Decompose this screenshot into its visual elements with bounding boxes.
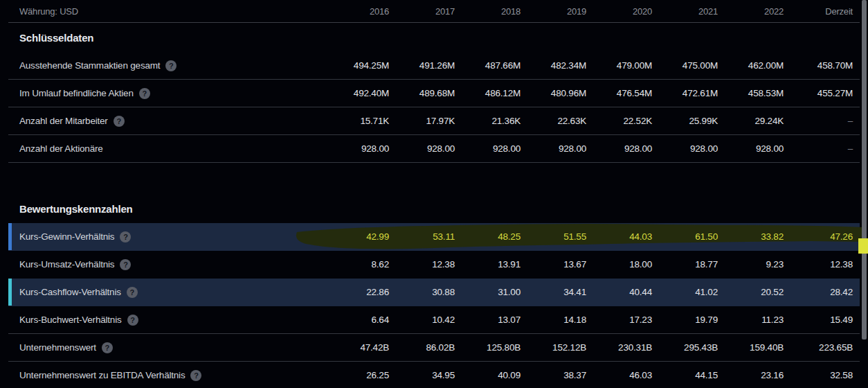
- value-cell: 928.00: [652, 143, 718, 154]
- value-cell: 12.38: [784, 259, 853, 270]
- value-cell: 53.11: [389, 231, 455, 242]
- value-cell: 47.26: [784, 231, 853, 242]
- table-row[interactable]: Kurs-Umsatz-Verhältnis?8.6212.3813.9113.…: [8, 251, 860, 279]
- value-cell: 13.67: [521, 259, 586, 270]
- row-label: Unternehmenswert?: [8, 342, 323, 353]
- column-header-2020: 2020: [586, 6, 652, 17]
- value-cell: 15.49: [784, 315, 853, 325]
- value-cell: 928.00: [521, 143, 586, 154]
- column-header-2021: 2021: [652, 6, 718, 17]
- help-icon[interactable]: ?: [127, 287, 138, 298]
- row-label: Unternehmenswert zu EBITDA Verhältnis?: [8, 370, 323, 381]
- value-cell: 13.07: [455, 315, 521, 325]
- value-cell: 14.18: [521, 315, 586, 325]
- value-cell: 455.27M: [784, 88, 853, 98]
- value-cell: 230.31B: [586, 342, 652, 353]
- row-accent-bar: [8, 279, 12, 306]
- value-cell: 46.03: [586, 370, 652, 380]
- value-cell: 18.77: [652, 259, 718, 270]
- value-cell: 40.44: [586, 287, 652, 297]
- table-row[interactable]: Unternehmenswert zu EBITDA Verhältnis?26…: [8, 362, 860, 388]
- table-section: SchlüsseldatenAusstehende Stammaktien ge…: [8, 23, 860, 163]
- value-cell: 12.38: [389, 259, 455, 270]
- value-cell: 18.00: [586, 259, 652, 270]
- value-cell: 17.23: [586, 315, 652, 325]
- value-cell: 61.50: [652, 231, 718, 242]
- value-cell: 23.16: [718, 370, 784, 380]
- value-cell: 22.63K: [521, 116, 586, 126]
- value-cell: 482.34M: [521, 60, 586, 71]
- value-cell: 475.00M: [652, 60, 718, 71]
- value-cell: 29.24K: [718, 116, 784, 126]
- table-row[interactable]: Kurs-Buchwert-Verhältnis?6.6410.4213.071…: [8, 306, 860, 334]
- value-cell: 462.00M: [718, 60, 784, 71]
- scrollbar-highlight-marker-icon: [858, 238, 868, 254]
- value-cell: 31.00: [455, 287, 521, 297]
- value-cell: 40.09: [455, 370, 521, 380]
- table-row[interactable]: Im Umlauf befindliche Aktien?492.40M489.…: [8, 80, 860, 107]
- table-section: BewertungskennzahlenKurs-Gewinn-Verhältn…: [8, 195, 860, 388]
- value-cell: 15.71K: [323, 116, 389, 126]
- value-cell: 22.86: [323, 287, 389, 297]
- currency-label: Währung: USD: [8, 6, 323, 17]
- value-cell: 458.53M: [718, 88, 784, 98]
- value-cell: 928.00: [323, 143, 389, 154]
- value-cell: 34.95: [389, 370, 455, 380]
- row-label: Im Umlauf befindliche Aktien?: [8, 88, 323, 99]
- table-row[interactable]: Kurs-Cashflow-Verhältnis?22.8630.8831.00…: [8, 279, 860, 306]
- table-row[interactable]: Unternehmenswert?47.42B86.02B125.80B152.…: [8, 334, 860, 362]
- row-label: Anzahl der Aktionäre: [8, 143, 323, 154]
- value-cell: 491.26M: [389, 60, 455, 71]
- value-cell: 21.36K: [455, 116, 521, 126]
- value-cell: 28.42: [784, 287, 853, 297]
- value-cell: 479.00M: [586, 60, 652, 71]
- vertical-scrollbar-thumb[interactable]: [862, 0, 867, 340]
- row-label-text: Kurs-Buchwert-Verhältnis: [19, 315, 122, 325]
- table-header-row: Währung: USD2016201720182019202020212022…: [8, 0, 860, 23]
- column-header-2016: 2016: [323, 6, 389, 17]
- value-cell: 38.37: [521, 370, 586, 380]
- row-label: Kurs-Cashflow-Verhältnis?: [8, 287, 323, 298]
- value-cell: 295.43B: [652, 342, 718, 353]
- help-icon[interactable]: ?: [102, 342, 113, 353]
- value-cell: 472.61M: [652, 88, 718, 98]
- value-cell: 47.42B: [323, 342, 389, 353]
- section-title: Schlüsseldaten: [8, 23, 860, 52]
- row-label: Anzahl der Mitarbeiter?: [8, 116, 323, 127]
- section-title: Bewertungskennzahlen: [8, 195, 860, 223]
- value-cell: 51.55: [521, 231, 586, 242]
- row-label: Kurs-Gewinn-Verhältnis?: [8, 231, 323, 242]
- help-icon[interactable]: ?: [114, 116, 125, 127]
- row-label-text: Im Umlauf befindliche Aktien: [19, 88, 134, 98]
- row-label-text: Kurs-Cashflow-Verhältnis: [19, 287, 121, 297]
- value-cell: 458.70M: [784, 60, 853, 71]
- value-cell: 223.65B: [784, 342, 853, 353]
- table-row[interactable]: Anzahl der Mitarbeiter?15.71K17.97K21.36…: [8, 107, 860, 135]
- row-label-text: Kurs-Umsatz-Verhältnis: [19, 259, 114, 270]
- row-label-text: Ausstehende Stammaktien gesamt: [19, 60, 160, 71]
- value-cell: 10.42: [389, 315, 455, 325]
- column-header-2017: 2017: [389, 6, 455, 17]
- value-cell: 928.00: [389, 143, 455, 154]
- value-cell: 44.03: [586, 231, 652, 242]
- value-cell: –: [784, 143, 853, 154]
- value-cell: 928.00: [586, 143, 652, 154]
- help-icon[interactable]: ?: [190, 370, 201, 381]
- value-cell: 152.12B: [521, 342, 586, 353]
- value-cell: 26.25: [323, 370, 389, 380]
- table-row[interactable]: Kurs-Gewinn-Verhältnis?42.9953.1148.2551…: [8, 223, 860, 251]
- table-row[interactable]: Ausstehende Stammaktien gesamt?494.25M49…: [8, 52, 860, 80]
- column-header-2022: 2022: [718, 6, 784, 17]
- value-cell: 494.25M: [323, 60, 389, 71]
- value-cell: 6.64: [323, 315, 389, 325]
- help-icon[interactable]: ?: [139, 88, 150, 99]
- value-cell: 476.54M: [586, 88, 652, 98]
- value-cell: 928.00: [455, 143, 521, 154]
- help-icon[interactable]: ?: [165, 60, 177, 71]
- help-icon[interactable]: ?: [120, 231, 131, 242]
- value-cell: 41.02: [652, 287, 718, 297]
- column-header-2018: 2018: [455, 6, 521, 17]
- help-icon[interactable]: ?: [120, 259, 131, 270]
- table-row[interactable]: Anzahl der Aktionäre928.00928.00928.0092…: [8, 135, 860, 163]
- help-icon[interactable]: ?: [127, 315, 138, 326]
